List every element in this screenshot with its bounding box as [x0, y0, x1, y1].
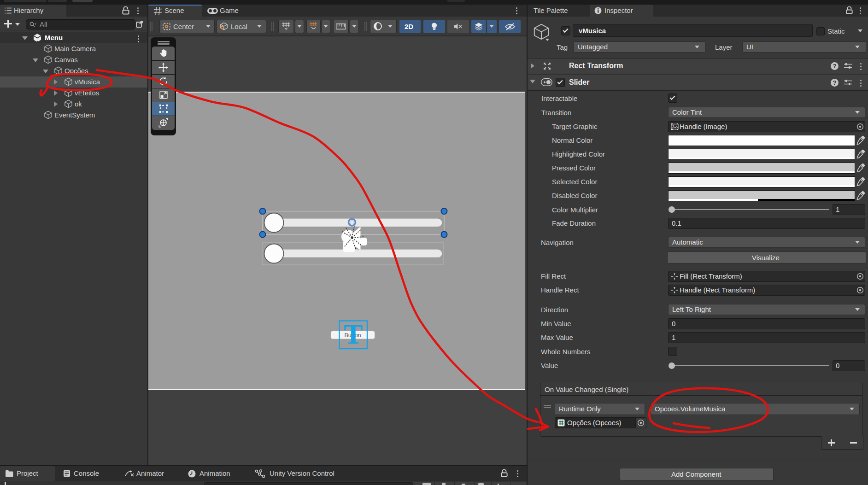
svg-text:T: T: [344, 318, 363, 350]
